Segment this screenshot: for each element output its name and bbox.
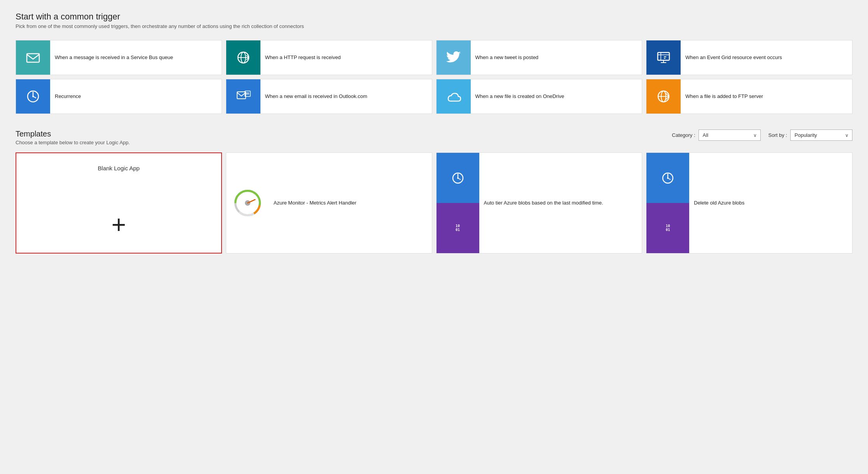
svg-rect-17	[237, 92, 246, 99]
svg-rect-0	[27, 54, 39, 62]
category-label: Category :	[672, 132, 695, 138]
auto-tier-icons: 1001	[437, 153, 479, 253]
trigger-recurrence[interactable]: Recurrence	[16, 79, 222, 114]
ftp-icon	[646, 79, 681, 114]
templates-title: Templates	[16, 129, 130, 138]
trigger-event-grid[interactable]: When an Event Grid resource event occurs	[646, 40, 852, 75]
svg-line-39	[668, 178, 671, 180]
onedrive-icon	[437, 79, 471, 114]
trigger-recurrence-label: Recurrence	[50, 79, 86, 114]
auto-tier-bottom-icon: 1001	[437, 203, 479, 253]
monitor-icon-area	[226, 153, 269, 253]
trigger-onedrive-label: When a new file is created on OneDrive	[471, 79, 569, 114]
template-auto-tier[interactable]: 1001 Auto tier Azure blobs based on the …	[436, 152, 643, 254]
templates-header: Templates Choose a template below to cre…	[16, 129, 852, 145]
delete-blobs-bottom-icon: 1001	[646, 203, 689, 253]
template-delete-blobs-label: Delete old Azure blobs	[689, 153, 749, 253]
trigger-onedrive[interactable]: When a new file is created on OneDrive	[436, 79, 643, 114]
service-bus-icon	[16, 40, 50, 75]
sortby-select[interactable]: Popularity Newest Name	[790, 129, 852, 141]
template-delete-blobs[interactable]: 1001 Delete old Azure blobs	[646, 152, 852, 254]
blank-plus-icon: +	[112, 212, 126, 237]
template-azure-monitor[interactable]: Azure Monitor - Metrics Alert Handler	[226, 152, 432, 254]
page-title: Start with a common trigger	[16, 12, 852, 22]
template-auto-tier-label: Auto tier Azure blobs based on the last …	[479, 153, 608, 253]
trigger-service-bus-label: When a message is received in a Service …	[50, 40, 178, 75]
trigger-ftp[interactable]: When a file is added to FTP server	[646, 79, 852, 114]
svg-line-35	[458, 178, 461, 180]
trigger-service-bus[interactable]: When a message is received in a Service …	[16, 40, 222, 75]
http-icon	[226, 40, 260, 75]
twitter-icon	[437, 40, 471, 75]
trigger-http[interactable]: When a HTTP request is received	[226, 40, 432, 75]
trigger-ftp-label: When a file is added to FTP server	[681, 79, 768, 114]
sortby-control: Sort by : Popularity Newest Name	[768, 129, 852, 141]
category-select[interactable]: All Azure Social Enterprise Monitoring	[699, 129, 761, 141]
category-control: Category : All Azure Social Enterprise M…	[672, 129, 761, 141]
templates-controls: Category : All Azure Social Enterprise M…	[672, 129, 852, 141]
svg-line-16	[33, 96, 36, 98]
trigger-tweet[interactable]: When a new tweet is posted	[436, 40, 643, 75]
outlook-icon	[226, 79, 260, 114]
trigger-event-grid-label: When an Event Grid resource event occurs	[681, 40, 787, 75]
gauge-icon	[234, 189, 261, 217]
svg-rect-6	[658, 52, 669, 60]
trigger-outlook-label: When a new email is received in Outlook.…	[260, 79, 372, 114]
template-monitor-label: Azure Monitor - Metrics Alert Handler	[269, 153, 361, 253]
category-select-wrapper: All Azure Social Enterprise Monitoring	[699, 129, 761, 141]
trigger-outlook[interactable]: When a new email is received in Outlook.…	[226, 79, 432, 114]
trigger-grid: When a message is received in a Service …	[16, 40, 852, 114]
delete-blobs-top-icon	[646, 153, 689, 203]
blank-card-title: Blank Logic App	[98, 165, 140, 171]
event-grid-icon	[646, 40, 681, 75]
template-blank[interactable]: Blank Logic App +	[16, 152, 222, 254]
templates-title-group: Templates Choose a template below to cre…	[16, 129, 130, 145]
template-grid: Blank Logic App + Azure Monitor - Metric…	[16, 152, 852, 254]
trigger-http-label: When a HTTP request is received	[260, 40, 346, 75]
sortby-label: Sort by :	[768, 132, 787, 138]
trigger-tweet-label: When a new tweet is posted	[471, 40, 543, 75]
recurrence-icon	[16, 79, 50, 114]
templates-subtitle: Choose a template below to create your L…	[16, 140, 130, 145]
delete-blobs-icons: 1001	[646, 153, 689, 253]
page-subtitle: Pick from one of the most commonly used …	[16, 23, 852, 29]
sortby-select-wrapper: Popularity Newest Name	[790, 129, 852, 141]
auto-tier-top-icon	[437, 153, 479, 203]
